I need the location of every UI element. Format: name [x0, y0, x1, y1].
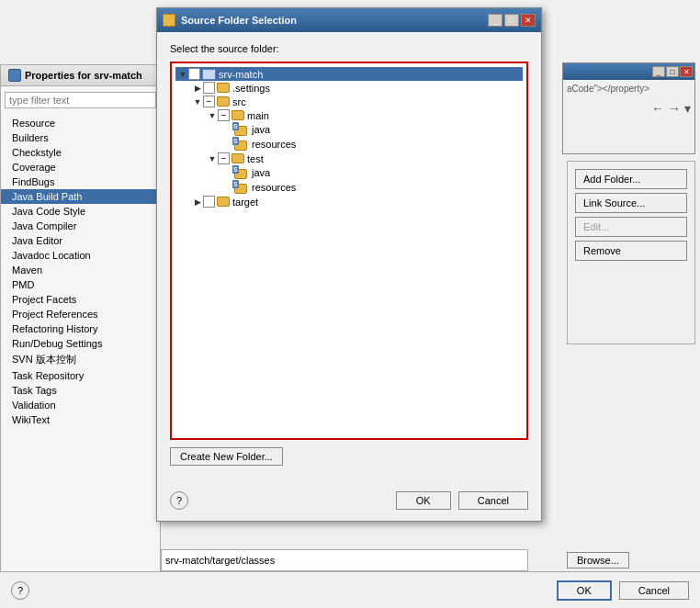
- properties-item-findbugs[interactable]: FindBugs: [1, 175, 160, 189]
- properties-item-java-code-style[interactable]: Java Code Style: [1, 204, 160, 219]
- tree-label-settings: .settings: [232, 83, 270, 94]
- properties-icon: [8, 69, 21, 82]
- modal-instruction: Select the source folder:: [170, 43, 528, 54]
- mini-maximize[interactable]: □: [666, 66, 679, 77]
- properties-item-builders[interactable]: Builders: [1, 130, 160, 145]
- checkbox-test[interactable]: −: [218, 152, 230, 164]
- tree-item-settings[interactable]: ▶.settings: [175, 81, 523, 95]
- tree-item-srv-match[interactable]: ▼−srv-match: [175, 67, 523, 81]
- browse-button[interactable]: Browse...: [567, 552, 629, 569]
- tree-item-src[interactable]: ▼−src: [175, 95, 523, 108]
- mini-dropdown-icon[interactable]: ▾: [684, 101, 691, 116]
- help-button[interactable]: ?: [170, 491, 188, 510]
- mini-minimize[interactable]: _: [652, 66, 665, 77]
- folder-icon-main: [231, 110, 244, 120]
- tree-label-target: target: [232, 197, 258, 208]
- checkbox-target[interactable]: [203, 196, 215, 208]
- expand-arrow-srv-match[interactable]: ▼: [177, 69, 188, 80]
- tree-label-java1: java: [252, 124, 270, 135]
- folder-icon-java1: S: [232, 123, 249, 136]
- expand-arrow-test[interactable]: ▼: [207, 153, 218, 164]
- modal-buttons: ? OK Cancel: [170, 491, 528, 510]
- path-bar: srv-match/target/classes: [161, 549, 528, 571]
- tree-label-srv-match: srv-match: [219, 69, 263, 80]
- tree-item-resources1[interactable]: ▶Sresources: [175, 137, 523, 152]
- properties-item-validation[interactable]: Validation: [1, 398, 160, 412]
- ok-button[interactable]: OK: [396, 491, 451, 510]
- mini-forward-icon[interactable]: →: [668, 101, 681, 116]
- properties-item-project-facets[interactable]: Project Facets: [1, 292, 160, 307]
- properties-item-wikitext[interactable]: WikiText: [1, 412, 160, 427]
- tree-label-resources2: resources: [252, 182, 296, 193]
- modal-close-btn[interactable]: ✕: [521, 14, 536, 27]
- tree-label-java2: java: [252, 167, 270, 178]
- properties-item-java-editor[interactable]: Java Editor: [1, 233, 160, 248]
- properties-item-java-compiler[interactable]: Java Compiler: [1, 219, 160, 233]
- tree-item-java1[interactable]: ▶Sjava: [175, 122, 523, 137]
- bottom-cancel-button[interactable]: Cancel: [619, 581, 689, 600]
- properties-item-task-tags[interactable]: Task Tags: [1, 383, 160, 398]
- properties-item-refactoring-history[interactable]: Refactoring History: [1, 321, 160, 336]
- bottom-bar: ? OK Cancel: [0, 571, 700, 608]
- properties-item-checkstyle[interactable]: Checkstyle: [1, 145, 160, 160]
- path-value: srv-match/target/classes: [165, 555, 275, 566]
- mini-back-icon[interactable]: ←: [651, 101, 664, 116]
- right-panel-btn-edit---: Edit...: [575, 217, 687, 237]
- folder-icon-target: [217, 197, 230, 207]
- modal-titlebar: Source Folder Selection _ □ ✕: [157, 8, 541, 32]
- properties-item-project-references[interactable]: Project References: [1, 307, 160, 321]
- mini-close[interactable]: ✕: [680, 66, 693, 77]
- right-panel-btn-link-source---[interactable]: Link Source...: [575, 193, 687, 213]
- properties-item-javadoc-location[interactable]: Javadoc Location: [1, 248, 160, 263]
- expand-arrow-settings[interactable]: ▶: [192, 83, 203, 94]
- mini-titlebar: _ □ ✕: [563, 63, 694, 80]
- modal-body: Select the source folder: ▼−srv-match▶.s…: [157, 32, 541, 521]
- expand-arrow-target[interactable]: ▶: [192, 197, 203, 208]
- folder-icon-test: [231, 153, 244, 163]
- properties-item-svn-版本控制[interactable]: SVN 版本控制: [1, 351, 160, 368]
- folder-icon-resources1: S: [232, 138, 249, 151]
- properties-item-maven[interactable]: Maven: [1, 263, 160, 277]
- filter-input[interactable]: [5, 92, 156, 108]
- properties-item-resource[interactable]: Resource: [1, 116, 160, 130]
- checkbox-src[interactable]: −: [203, 96, 215, 107]
- tree-item-resources2[interactable]: ▶Sresources: [175, 180, 523, 195]
- properties-header: Properties for srv-match: [1, 65, 160, 86]
- cancel-button[interactable]: Cancel: [458, 491, 528, 510]
- tree-label-test: test: [247, 153, 264, 164]
- bottom-help-button[interactable]: ?: [11, 581, 29, 600]
- folder-icon-java2: S: [232, 166, 249, 179]
- tree-label-resources1: resources: [252, 139, 296, 150]
- folder-icon-resources2: S: [232, 181, 249, 194]
- bottom-ok-button[interactable]: OK: [557, 580, 612, 601]
- create-folder-button[interactable]: Create New Folder...: [170, 447, 283, 466]
- modal-maximize-btn[interactable]: □: [504, 14, 519, 27]
- tree-item-main[interactable]: ▼−main: [175, 108, 523, 122]
- modal-title-text: Source Folder Selection: [181, 15, 297, 26]
- checkbox-main[interactable]: −: [218, 109, 230, 121]
- right-panel-btn-remove[interactable]: Remove: [575, 241, 687, 261]
- properties-item-coverage[interactable]: Coverage: [1, 160, 160, 175]
- tree-label-main: main: [247, 110, 269, 121]
- tree-item-test[interactable]: ▼−test: [175, 152, 523, 165]
- properties-panel: Properties for srv-match ResourceBuilder…: [0, 64, 161, 597]
- properties-item-pmd[interactable]: PMD: [1, 277, 160, 292]
- folder-icon-src: [217, 96, 230, 107]
- properties-item-run/debug-settings[interactable]: Run/Debug Settings: [1, 336, 160, 351]
- checkbox-settings[interactable]: [203, 82, 215, 94]
- browse-area: Browse...: [567, 549, 695, 571]
- properties-item-task-repository[interactable]: Task Repository: [1, 368, 160, 383]
- mini-code-text: aCode"></property>: [567, 84, 691, 94]
- tree-item-target[interactable]: ▶target: [175, 195, 523, 208]
- tree-container[interactable]: ▼−srv-match▶.settings▼−src▼−main▶Sjava▶S…: [170, 62, 528, 440]
- checkbox-srv-match[interactable]: −: [188, 68, 200, 80]
- right-panel-btn-add-folder---[interactable]: Add Folder...: [575, 169, 687, 189]
- expand-arrow-src[interactable]: ▼: [192, 96, 203, 107]
- mini-content: aCode"></property>: [563, 80, 694, 97]
- dialog-icon: [163, 14, 175, 27]
- properties-item-java-build-path[interactable]: Java Build Path: [1, 189, 160, 204]
- expand-arrow-main[interactable]: ▼: [207, 110, 218, 121]
- tree-item-java2[interactable]: ▶Sjava: [175, 165, 523, 180]
- properties-list: ResourceBuildersCheckstyleCoverageFindBu…: [1, 114, 160, 429]
- modal-minimize-btn[interactable]: _: [488, 14, 502, 27]
